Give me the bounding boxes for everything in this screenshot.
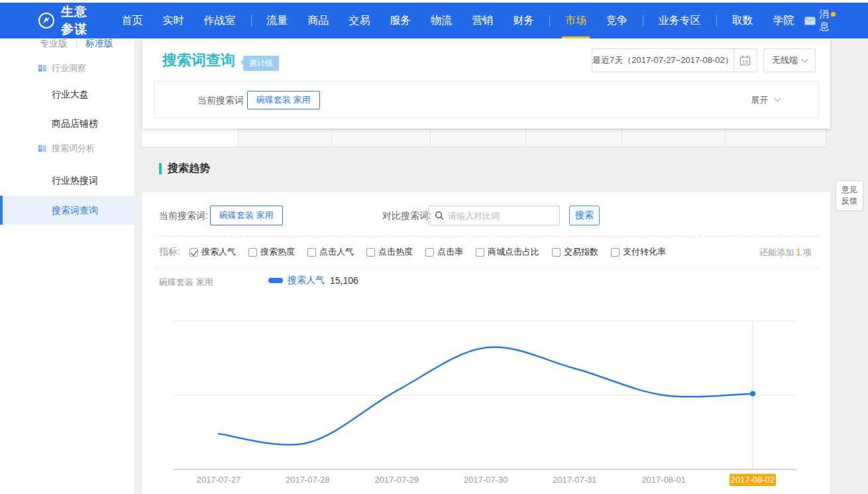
sidebar-item-hot-search-words[interactable]: 行业热搜词 xyxy=(52,171,98,190)
section-band: 搜索趋势 xyxy=(142,147,830,192)
industry-insight-icon xyxy=(38,64,47,73)
nav-item-marketing[interactable]: 营销 xyxy=(462,3,503,38)
sidebar-group-label: 行业洞察 xyxy=(52,62,86,74)
terminal-selector[interactable]: 无线端 xyxy=(763,48,816,72)
expand-toggle[interactable]: 展开 xyxy=(751,82,780,119)
sidebar-group-industry-insight: 行业洞察 xyxy=(38,62,86,74)
nav-divider xyxy=(549,15,550,27)
chevron-down-icon xyxy=(802,56,808,63)
trend-current-term-tag[interactable]: 碗碟套装 家用 xyxy=(210,206,283,225)
search-term-analysis-icon xyxy=(38,144,47,153)
svg-text:2017-08-02: 2017-08-02 xyxy=(731,475,775,485)
metric-tab-1[interactable] xyxy=(142,129,239,147)
metric-label: 搜索人气 xyxy=(201,246,236,258)
metric-tab-5[interactable] xyxy=(525,129,622,147)
remaining-count: 1 xyxy=(796,247,801,257)
legend-keyword: 碗碟套装 家用 xyxy=(159,277,213,288)
compare-term-input[interactable] xyxy=(448,211,565,221)
nav-item-home[interactable]: 首页 xyxy=(112,3,153,38)
nav-item-trade[interactable]: 交易 xyxy=(339,3,380,38)
checkbox-icon xyxy=(611,248,620,257)
search-button[interactable]: 搜索 xyxy=(569,206,600,225)
remaining-metrics-hint: 还能添加1项 xyxy=(759,247,812,259)
nav-item-academy[interactable]: 学院 xyxy=(763,3,804,38)
checkbox-icon xyxy=(476,248,484,257)
metric-label: 点击率 xyxy=(437,246,463,258)
terminal-selector-value: 无线端 xyxy=(772,54,798,66)
checkbox-icon xyxy=(552,248,561,257)
nav-item-data-extract[interactable]: 取数 xyxy=(722,3,763,38)
version-tab-pro[interactable]: 专业版 xyxy=(40,38,68,50)
metric-checkbox-transaction-index[interactable]: 交易指数 xyxy=(552,246,598,258)
metric-checkbox-search-popularity[interactable]: 搜索人气 xyxy=(190,246,236,258)
metric-tab-4[interactable] xyxy=(430,129,526,147)
version-tab-standard[interactable]: 标准版 xyxy=(85,38,113,50)
nav-item-war-room[interactable]: 作战室 xyxy=(194,3,246,38)
sidebar-group-search-term-analysis: 搜索词分析 xyxy=(38,143,95,154)
checkbox-icon xyxy=(190,248,198,257)
nav-item-logistics[interactable]: 物流 xyxy=(421,3,462,38)
metric-checkbox-click-popularity[interactable]: 点击人气 xyxy=(307,246,354,258)
metric-tab-6[interactable] xyxy=(622,129,726,147)
checkbox-icon xyxy=(425,248,434,257)
current-term-tag[interactable]: 碗碟套装 家用 xyxy=(247,91,320,109)
nav-item-finance[interactable]: 财务 xyxy=(503,3,544,38)
current-term-label: 当前搜索词： xyxy=(197,82,253,119)
metric-checkbox-payment-conversion[interactable]: 支付转化率 xyxy=(611,246,666,258)
checkbox-icon xyxy=(366,248,375,257)
nav-item-competition[interactable]: 竞争 xyxy=(596,3,637,38)
feedback-button[interactable]: 意见 反馈 xyxy=(836,180,863,211)
current-term-panel: 当前搜索词： 碗碟套装 家用 展开 xyxy=(154,81,819,118)
divider xyxy=(154,268,819,269)
sycm-logo-icon xyxy=(38,12,55,29)
svg-text:2017-07-31: 2017-07-31 xyxy=(553,475,597,485)
divider xyxy=(76,39,77,48)
metric-checkbox-click-rate[interactable]: 点击率 xyxy=(425,246,463,258)
compare-term-input-wrap xyxy=(429,206,560,225)
legend-marker xyxy=(268,278,283,283)
date-range-picker[interactable]: 最近7天（2017-07-27~2017-08-02） 15 xyxy=(592,48,757,72)
nav-divider xyxy=(643,15,643,27)
sidebar-item-product-shop-rank[interactable]: 商品店铺榜 xyxy=(52,114,98,133)
nav-item-business-zone[interactable]: 业务专区 xyxy=(649,3,711,38)
nav-item-realtime[interactable]: 实时 xyxy=(153,3,194,38)
sidebar-item-industry-overview[interactable]: 行业大盘 xyxy=(52,85,89,103)
brand-name: 生意参谋 xyxy=(61,3,93,38)
nav-item-product[interactable]: 商品 xyxy=(298,3,339,38)
metric-checkbox-mall-click-share[interactable]: 商城点击占比 xyxy=(476,246,539,258)
metric-tab-7[interactable] xyxy=(725,129,826,147)
page-header-card: 搜索词查询 累计值 最近7天（2017-07-27~2017-08-02） 15… xyxy=(142,38,830,129)
right-gutter: 意见 反馈 xyxy=(830,38,868,494)
feedback-label-line1: 意见 xyxy=(841,184,857,196)
main-content: 搜索词查询 累计值 最近7天（2017-07-27~2017-08-02） 15… xyxy=(142,38,830,494)
metric-checkbox-click-heat[interactable]: 点击热度 xyxy=(366,246,413,258)
sidebar: 专业版 标准版 行业洞察 行业大盘 商品店铺榜 xyxy=(0,38,135,494)
svg-text:2017-07-29: 2017-07-29 xyxy=(374,475,419,485)
brand-logo[interactable]: 生意参谋 xyxy=(38,3,93,38)
metric-checkbox-search-heat[interactable]: 搜索热度 xyxy=(248,246,295,258)
metric-tabs-strip xyxy=(142,129,830,147)
nav-divider xyxy=(251,15,252,27)
trend-current-term-label: 当前搜索词: xyxy=(159,206,208,225)
calendar-icon[interactable]: 15 xyxy=(733,49,757,72)
version-switch: 专业版 标准版 xyxy=(0,38,135,52)
metric-label: 点击人气 xyxy=(319,246,354,258)
legend-series-name: 搜索人气 xyxy=(288,275,325,286)
checkbox-icon xyxy=(307,248,316,257)
chart-legend: 搜索人气 15,106 xyxy=(268,275,358,286)
messages-button[interactable]: 消息 xyxy=(804,3,830,38)
nav-item-service[interactable]: 服务 xyxy=(380,3,421,38)
messages-label: 消息 xyxy=(820,8,830,33)
search-trend-chart[interactable]: 2017-07-272017-07-282017-07-292017-07-30… xyxy=(159,312,814,494)
feedback-label-line2: 反馈 xyxy=(841,196,857,207)
envelope-icon xyxy=(804,17,816,25)
nav-divider xyxy=(716,15,717,27)
date-range-text: 最近7天（2017-07-27~2017-08-02） xyxy=(592,49,733,72)
search-icon xyxy=(435,211,444,220)
nav-item-market[interactable]: 市场 xyxy=(555,3,596,38)
checkbox-icon xyxy=(248,248,257,257)
nav-item-traffic[interactable]: 流量 xyxy=(256,3,298,38)
sidebar-item-search-term-query[interactable]: 搜索词查询 xyxy=(0,196,135,225)
metric-tab-3[interactable] xyxy=(331,129,431,147)
metric-tab-2[interactable] xyxy=(238,129,332,147)
